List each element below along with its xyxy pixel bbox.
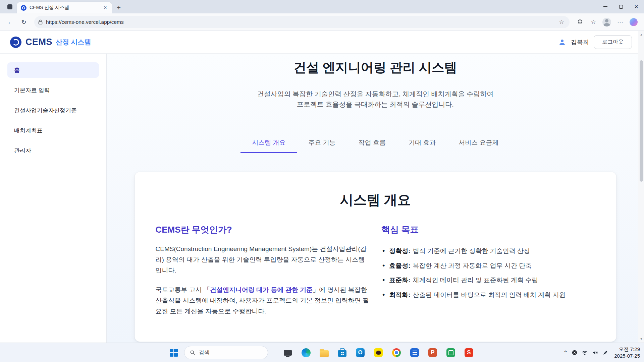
green-office-app-icon[interactable]	[443, 345, 459, 360]
header-right: 김복희 로그아웃	[558, 35, 632, 49]
subtitle-line-1: 건설사업의 복잡한 기술인력 산정을 자동화하고, 체계적인 배치계획을 수립하…	[107, 89, 644, 99]
what-heading: CEMS란 무엇인가?	[156, 224, 370, 236]
microsoft-store-icon[interactable]	[334, 345, 350, 360]
windows-logo-icon	[170, 349, 178, 357]
browser-toolbar: https://cems-one.vercel.app/cems	[0, 13, 644, 31]
window-maximize-button[interactable]	[613, 0, 629, 13]
goal-term: 최적화:	[389, 291, 410, 300]
app-header: CEMS 산정 시스템 김복희 로그아웃	[0, 31, 644, 54]
goal-desc: 법적 기준에 근거한 정확한 기술인력 산정	[413, 247, 530, 256]
tab-actions-glyph	[7, 4, 12, 9]
monitor-app-icon[interactable]	[280, 345, 296, 360]
scroll-down-arrow-icon[interactable]	[638, 336, 644, 342]
goal-desc: 산출된 데이터를 바탕으로 최적의 인력 배치 계획 지원	[413, 291, 566, 300]
url-text[interactable]: https://cems-one.vercel.app/cems	[46, 19, 554, 25]
copilot-icon[interactable]	[628, 16, 639, 28]
profile-avatar[interactable]	[601, 16, 612, 28]
window-controls	[598, 0, 644, 13]
taskbar-search-box[interactable]: 검색	[184, 346, 268, 359]
tab-actions-menu-icon[interactable]	[4, 1, 15, 12]
window-minimize-button[interactable]	[598, 0, 613, 13]
goal-item-standardization: 표준화:체계적인 데이터 관리 및 표준화된 계획 수립	[381, 275, 595, 285]
tray-close-circle-icon[interactable]	[572, 350, 577, 355]
browser-tabstrip: CEMS 산정 시스템	[0, 0, 644, 13]
logout-button[interactable]: 로그아웃	[594, 35, 632, 49]
taskbar: 검색 O P S	[0, 343, 644, 362]
file-explorer-icon[interactable]	[316, 345, 332, 360]
screen: CEMS 산정 시스템 https://cems-one.vercel.app/…	[0, 0, 644, 362]
overview-paragraph-2: 국토교통부 고시 「건설엔지니어링 대가 등에 관한 기준」에 명시된 복잡한 …	[156, 285, 370, 317]
tab-pricing[interactable]: 서비스 요금제	[447, 138, 510, 153]
tray-chevron-up-icon[interactable]	[564, 350, 568, 356]
tab-key-features[interactable]: 주요 기능	[297, 138, 347, 153]
overview-paragraph-1: CEMS(Construction Engineering Management…	[156, 244, 370, 276]
blue-notes-app-icon[interactable]	[407, 345, 422, 360]
paragraph-2-pre: 국토교통부 고시 「	[156, 286, 210, 293]
lock-icon	[38, 19, 43, 24]
user-icon	[558, 38, 566, 46]
start-button[interactable]	[166, 345, 181, 360]
volume-icon[interactable]	[592, 350, 598, 355]
goal-item-efficiency: 효율성:복잡한 계산 과정 자동화로 업무 시간 단축	[381, 260, 595, 270]
sidebar-item-admin[interactable]: 관리자	[7, 143, 99, 158]
browser-tab[interactable]: CEMS 산정 시스템	[17, 2, 112, 13]
powerpoint-icon[interactable]: P	[425, 345, 440, 360]
sidebar-item-home[interactable]: 홈	[7, 62, 99, 78]
tab-expected-effects[interactable]: 기대 효과	[397, 138, 447, 153]
avatar-icon	[602, 18, 611, 26]
goals-list: 정확성:법적 기준에 근거한 정확한 기술인력 산정 효율성:복잡한 계산 과정…	[381, 246, 595, 299]
overview-card: 시스템 개요 CEMS란 무엇인가? CEMS(Construction Eng…	[135, 172, 616, 342]
tab-favicon-icon	[21, 5, 26, 11]
sidebar-item-basic-data[interactable]: 기본자료 입력	[7, 82, 99, 98]
new-tab-button[interactable]	[114, 3, 123, 12]
goal-item-accuracy: 정확성:법적 기준에 근거한 정확한 기술인력 산정	[381, 246, 595, 256]
chrome-icon[interactable]	[389, 345, 404, 360]
goal-term: 효율성:	[389, 261, 410, 270]
brand-title: CEMS	[25, 37, 52, 47]
bookmark-star-icon[interactable]	[557, 18, 566, 26]
brand-subtitle: 산정 시스템	[56, 38, 91, 47]
browser-menu-icon[interactable]	[614, 16, 626, 28]
goal-item-optimization: 최적화:산출된 데이터를 바탕으로 최적의 인력 배치 계획 지원	[381, 290, 595, 300]
tab-title: CEMS 산정 시스템	[30, 5, 99, 11]
back-button[interactable]	[5, 16, 16, 28]
tab-close-icon[interactable]	[102, 4, 109, 11]
window-close-button[interactable]	[629, 0, 644, 13]
s-app-icon[interactable]: S	[461, 345, 477, 360]
goals-heading: 핵심 목표	[381, 224, 595, 236]
sidebar-item-deployment-plan[interactable]: 배치계획표	[7, 123, 99, 138]
address-bar[interactable]: https://cems-one.vercel.app/cems	[34, 16, 570, 28]
regulation-link[interactable]: 건설엔지니어링 대가 등에 관한 기준	[210, 286, 313, 293]
clock-date: 2025-07-25	[614, 353, 640, 359]
core-goals-column: 핵심 목표 정확성:법적 기준에 근거한 정확한 기술인력 산정 효율성:복잡한…	[381, 224, 595, 325]
content-tabs: 시스템 개요 주요 기능 작업 흐름 기대 효과 서비스 요금제	[135, 138, 616, 153]
scrollbar-thumb[interactable]	[640, 60, 643, 182]
edge-icon[interactable]	[298, 345, 314, 360]
what-is-cems-column: CEMS란 무엇인가? CEMS(Construction Engineerin…	[156, 224, 370, 325]
goal-desc: 체계적인 데이터 관리 및 표준화된 계획 수립	[413, 276, 538, 285]
web-content: CEMS 산정 시스템 김복희 로그아웃 홈 기본자료 입력 건설사업기술자산정…	[0, 31, 644, 343]
tab-workflow[interactable]: 작업 흐름	[347, 138, 397, 153]
extensions-icon[interactable]	[574, 16, 586, 28]
search-icon	[190, 350, 195, 355]
main-content: 건설 엔지니어링 관리 시스템 건설사업의 복잡한 기술인력 산정을 자동화하고…	[107, 54, 644, 343]
search-label: 검색	[199, 349, 210, 356]
kakaotalk-icon[interactable]	[371, 345, 386, 360]
taskbar-clock[interactable]: 오전 7:29 2025-07-25	[614, 346, 640, 360]
sidebar-item-engineer-criteria[interactable]: 건설사업기술자산정기준	[7, 103, 99, 118]
goal-term: 표준화:	[389, 276, 410, 285]
subtitle-line-2: 프로젝트 효율성을 극대화하는 최적의 솔루션입니다.	[107, 99, 644, 110]
scroll-up-arrow-icon[interactable]	[638, 32, 644, 38]
wifi-icon[interactable]	[582, 350, 588, 355]
goal-term: 정확성:	[389, 247, 410, 256]
sidebar: 홈 기본자료 입력 건설사업기술자산정기준 배치계획표 관리자	[0, 54, 107, 343]
refresh-button[interactable]	[18, 16, 30, 28]
pen-icon[interactable]	[603, 350, 608, 355]
user-name: 김복희	[571, 38, 589, 46]
tab-system-overview[interactable]: 시스템 개요	[240, 138, 297, 153]
page-title: 건설 엔지니어링 관리 시스템	[107, 59, 644, 76]
outlook-icon[interactable]: O	[353, 345, 368, 360]
favorites-icon[interactable]	[588, 16, 599, 28]
goal-desc: 복잡한 계산 과정 자동화로 업무 시간 단축	[413, 261, 532, 270]
page-scrollbar[interactable]	[638, 31, 644, 343]
